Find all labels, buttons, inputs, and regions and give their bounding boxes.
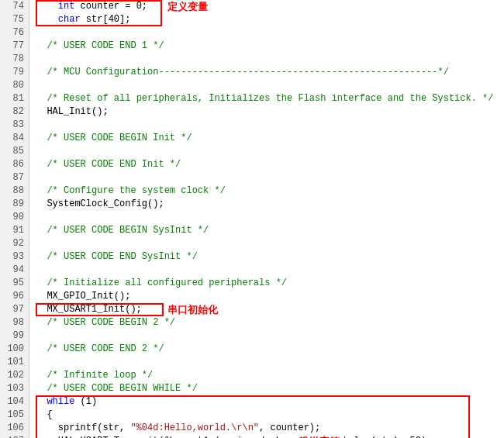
line-code: HAL_Init();	[29, 105, 504, 119]
table-row: 90	[0, 211, 504, 224]
line-code: HAL_USART_Transmit(&husart1,(unsigned ch…	[29, 435, 504, 438]
table-row: 82 HAL_Init();	[0, 105, 504, 119]
line-number: 102	[0, 369, 29, 382]
line-number: 75	[0, 13, 29, 26]
table-row: 80	[0, 79, 504, 92]
table-row: 78	[0, 53, 504, 66]
table-row: 88 /* Configure the system clock */	[0, 185, 504, 198]
line-number: 100	[0, 343, 29, 356]
line-number: 97	[0, 303, 29, 316]
table-row: 96 MX_GPIO_Init();	[0, 290, 504, 303]
line-code: MX_GPIO_Init();	[29, 290, 504, 303]
line-number: 88	[0, 185, 29, 198]
line-number: 78	[0, 53, 29, 66]
table-row: 89 SystemClock_Config();	[0, 198, 504, 211]
table-row: 86 /* USER CODE END Init */	[0, 158, 504, 171]
line-code: int counter = 0;	[29, 0, 504, 13]
line-code	[29, 53, 504, 66]
line-code: /* USER CODE BEGIN WHILE */	[29, 382, 504, 395]
line-code	[29, 264, 504, 277]
table-row: 85	[0, 145, 504, 158]
line-number: 93	[0, 250, 29, 264]
line-code: /* USER CODE END 2 */	[29, 343, 504, 356]
line-number: 80	[0, 79, 29, 92]
line-number: 74	[0, 0, 29, 13]
line-code: /* USER CODE END 1 */	[29, 40, 504, 53]
table-row: 103 /* USER CODE BEGIN WHILE */	[0, 382, 504, 395]
line-number: 103	[0, 382, 29, 395]
line-number: 81	[0, 92, 29, 105]
table-row: 105 {	[0, 409, 504, 422]
line-code: SystemClock_Config();	[29, 198, 504, 211]
line-code: while (1)	[29, 395, 504, 409]
line-code: /* USER CODE END Init */	[29, 158, 504, 171]
table-row: 93 /* USER CODE END SysInit */	[0, 250, 504, 264]
line-number: 85	[0, 145, 29, 158]
line-number: 83	[0, 119, 29, 132]
table-row: 107 HAL_USART_Transmit(&husart1,(unsigne…	[0, 435, 504, 438]
table-row: 100 /* USER CODE END 2 */	[0, 343, 504, 356]
line-number: 94	[0, 264, 29, 277]
line-code: char str[40];	[29, 13, 504, 26]
line-code: /* USER CODE END SysInit */	[29, 250, 504, 264]
line-code: /* Initialize all configured peripherals…	[29, 277, 504, 290]
table-row: 91 /* USER CODE BEGIN SysInit */	[0, 224, 504, 237]
line-code: /* USER CODE BEGIN Init */	[29, 132, 504, 145]
table-row: 75 char str[40];	[0, 13, 504, 26]
line-code: /* USER CODE BEGIN SysInit */	[29, 224, 504, 237]
line-code: /* Reset of all peripherals, Initializes…	[29, 92, 504, 105]
line-number: 95	[0, 277, 29, 290]
table-row: 97 MX_USART1_Init();	[0, 303, 504, 316]
line-number: 82	[0, 105, 29, 119]
table-row: 102 /* Infinite loop */	[0, 369, 504, 382]
table-row: 81 /* Reset of all peripherals, Initiali…	[0, 92, 504, 105]
table-row: 95 /* Initialize all configured peripher…	[0, 277, 504, 290]
line-code	[29, 237, 504, 250]
table-row: 92	[0, 237, 504, 250]
line-code	[29, 356, 504, 369]
line-code: /* USER CODE BEGIN 2 */	[29, 316, 504, 329]
table-row: 104 while (1)	[0, 395, 504, 409]
line-number: 104	[0, 395, 29, 409]
line-number: 98	[0, 316, 29, 329]
code-editor: 74 int counter = 0;75 char str[40];7677 …	[0, 0, 504, 438]
line-code: /* MCU Configuration--------------------…	[29, 66, 504, 79]
line-number: 84	[0, 132, 29, 145]
table-row: 77 /* USER CODE END 1 */	[0, 40, 504, 53]
table-row: 87	[0, 171, 504, 185]
line-code	[29, 329, 504, 343]
line-code: {	[29, 409, 504, 422]
line-number: 101	[0, 356, 29, 369]
line-number: 89	[0, 198, 29, 211]
table-row: 101	[0, 356, 504, 369]
line-number: 79	[0, 66, 29, 79]
code-lines: 74 int counter = 0;75 char str[40];7677 …	[0, 0, 504, 438]
line-code: sprintf(str, "%04d:Hello,world.\r\n", co…	[29, 422, 504, 435]
line-number: 99	[0, 329, 29, 343]
line-code	[29, 145, 504, 158]
line-number: 105	[0, 409, 29, 422]
line-number: 90	[0, 211, 29, 224]
line-number: 107	[0, 435, 29, 438]
table-row: 79 /* MCU Configuration-----------------…	[0, 66, 504, 79]
line-number: 92	[0, 237, 29, 250]
line-number: 87	[0, 171, 29, 185]
line-code	[29, 211, 504, 224]
table-row: 74 int counter = 0;	[0, 0, 504, 13]
table-row: 76	[0, 26, 504, 40]
table-row: 84 /* USER CODE BEGIN Init */	[0, 132, 504, 145]
line-code: /* Configure the system clock */	[29, 185, 504, 198]
line-code: MX_USART1_Init();	[29, 303, 504, 316]
line-number: 106	[0, 422, 29, 435]
table-row: 83	[0, 119, 504, 132]
table-row: 94	[0, 264, 504, 277]
line-code	[29, 26, 504, 40]
table-row: 98 /* USER CODE BEGIN 2 */	[0, 316, 504, 329]
line-number: 77	[0, 40, 29, 53]
table-row: 106 sprintf(str, "%04d:Hello,world.\r\n"…	[0, 422, 504, 435]
line-number: 76	[0, 26, 29, 40]
line-number: 91	[0, 224, 29, 237]
line-number: 96	[0, 290, 29, 303]
line-code: /* Infinite loop */	[29, 369, 504, 382]
line-code	[29, 171, 504, 185]
